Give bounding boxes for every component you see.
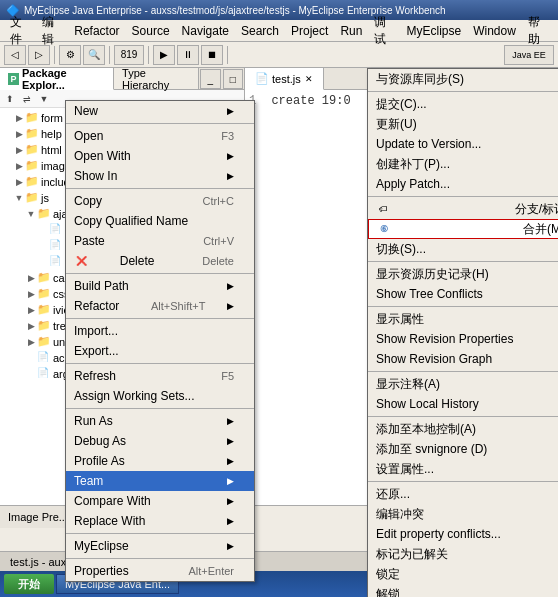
- toolbar-btn-java[interactable]: Java EE: [504, 45, 554, 65]
- ctx-edit-conflicts[interactable]: 编辑冲突: [368, 504, 558, 524]
- ctx-show-annotations[interactable]: 显示注释(A): [368, 374, 558, 394]
- toolbar-btn-8[interactable]: ⏹: [201, 45, 223, 65]
- ctx-revert[interactable]: 还原...: [368, 484, 558, 504]
- ctx-sep-4: [66, 318, 254, 319]
- ctx-sep-8: [66, 558, 254, 559]
- ctx-show-revision-properties[interactable]: Show Revision Properties: [368, 329, 558, 349]
- ctx-show-properties[interactable]: 显示属性: [368, 309, 558, 329]
- tab-type-hierarchy[interactable]: Type Hierarchy: [114, 68, 199, 89]
- panel-minimize-btn[interactable]: _: [200, 69, 220, 89]
- ctx-commit[interactable]: 提交(C)...: [368, 94, 558, 114]
- tab-close-btn[interactable]: ✕: [305, 74, 313, 84]
- ctx-update-to-version[interactable]: Update to Version...: [368, 134, 558, 154]
- ctx-delete[interactable]: ❌ Delete Delete: [66, 251, 254, 271]
- toolbar-sep-4: [227, 46, 228, 64]
- ctx-debug-as[interactable]: Debug As ▶: [66, 431, 254, 451]
- menu-myeclipse[interactable]: MyEclipse: [401, 22, 468, 40]
- file-icon: 📄: [49, 239, 63, 253]
- ctx-open[interactable]: Open F3: [66, 126, 254, 146]
- folder-icon: 📁: [37, 303, 51, 317]
- ctx-new[interactable]: New ▶: [66, 101, 254, 121]
- menu-window[interactable]: Window: [467, 22, 522, 40]
- ctx-refactor[interactable]: Refactor Alt+Shift+T ▶: [66, 296, 254, 316]
- ctx-refresh[interactable]: Refresh F5: [66, 366, 254, 386]
- file-icon: 📄: [255, 72, 269, 85]
- folder-icon: 📁: [25, 159, 39, 173]
- delete-icon: ❌: [74, 254, 88, 268]
- ctx-replace-with[interactable]: Replace With ▶: [66, 511, 254, 531]
- ctx-apply-patch[interactable]: Apply Patch...: [368, 174, 558, 194]
- menu-debug[interactable]: 调试: [368, 12, 400, 50]
- ctx-add-to-svnignore[interactable]: 添加至 svnignore (D): [368, 439, 558, 459]
- folder-icon: 📁: [25, 175, 39, 189]
- ctx-sync-with-repo[interactable]: 与资源库同步(S): [368, 69, 558, 89]
- start-button[interactable]: 开始: [4, 574, 54, 594]
- ctx-show-local-history[interactable]: Show Local History: [368, 394, 558, 414]
- ctx-team[interactable]: Team ▶: [66, 471, 254, 491]
- ctx-sep-1: [66, 123, 254, 124]
- panel-maximize-btn[interactable]: □: [223, 69, 243, 89]
- toolbar-btn-7[interactable]: ⏸: [177, 45, 199, 65]
- ctx-lock[interactable]: 锁定: [368, 564, 558, 584]
- menu-search[interactable]: Search: [235, 22, 285, 40]
- ctx-branch-tag[interactable]: 🏷 分支/标记...: [368, 199, 558, 219]
- ctx-assign-working-sets[interactable]: Assign Working Sets...: [66, 386, 254, 406]
- view-menu-btn[interactable]: ▼: [36, 91, 52, 107]
- ctx-properties[interactable]: Properties Alt+Enter: [66, 561, 254, 581]
- ctx-merge[interactable]: ⑥ 合并(M)...: [368, 219, 558, 239]
- ctx-mark-resolved[interactable]: 标记为已解关: [368, 544, 558, 564]
- ctx-add-to-version-control[interactable]: 添加至本地控制(A): [368, 419, 558, 439]
- menu-refactor[interactable]: Refactor: [68, 22, 125, 40]
- ctx-import[interactable]: Import...: [66, 321, 254, 341]
- editor-tab-testjs[interactable]: 📄 test.js ✕: [245, 68, 324, 90]
- ctx-show-revision-graph[interactable]: Show Revision Graph: [368, 349, 558, 369]
- toolbar-btn-5[interactable]: 819: [114, 45, 144, 65]
- ctx-run-as[interactable]: Run As ▶: [66, 411, 254, 431]
- context-submenu-team: 与资源库同步(S) 提交(C)... 更新(U) Update to Versi…: [367, 68, 558, 597]
- ctx-update[interactable]: 更新(U): [368, 114, 558, 134]
- ctx-compare-with[interactable]: Compare With ▶: [66, 491, 254, 511]
- title-bar: 🔷 MyEclipse Java Enterprise - auxss/test…: [0, 0, 558, 20]
- ctx-myeclipse[interactable]: MyEclipse ▶: [66, 536, 254, 556]
- ctx-sep-5: [66, 363, 254, 364]
- toolbar-btn-4[interactable]: 🔍: [83, 45, 105, 65]
- ctx-edit-property-conflicts[interactable]: Edit property conflicts...: [368, 524, 558, 544]
- folder-icon: 📁: [37, 335, 51, 349]
- menu-project[interactable]: Project: [285, 22, 334, 40]
- ctx-create-patch[interactable]: 创建补丁(P)...: [368, 154, 558, 174]
- ctx-profile-as[interactable]: Profile As ▶: [66, 451, 254, 471]
- ctx-open-with[interactable]: Open With ▶: [66, 146, 254, 166]
- ctx-build-path[interactable]: Build Path ▶: [66, 276, 254, 296]
- toolbar-btn-3[interactable]: ⚙: [59, 45, 81, 65]
- tab-package-explorer[interactable]: P Package Explor...: [0, 68, 114, 90]
- ctx-export[interactable]: Export...: [66, 341, 254, 361]
- folder-icon: 📁: [37, 319, 51, 333]
- folder-icon: 📁: [25, 111, 39, 125]
- menu-navigate[interactable]: Navigate: [176, 22, 235, 40]
- toolbar-btn-6[interactable]: ▶: [153, 45, 175, 65]
- ctx-sep-3: [66, 273, 254, 274]
- ctx-unlock[interactable]: 解锁: [368, 584, 558, 597]
- ctx-sep-6: [66, 408, 254, 409]
- collapse-all-btn[interactable]: ⬆: [2, 91, 18, 107]
- link-editor-btn[interactable]: ⇌: [19, 91, 35, 107]
- toolbar-sep-3: [148, 46, 149, 64]
- ctx-show-tree-conflicts[interactable]: Show Tree Conflicts: [368, 284, 558, 304]
- ctx-sep-7: [66, 533, 254, 534]
- folder-icon: 📁: [25, 191, 39, 205]
- menu-source[interactable]: Source: [126, 22, 176, 40]
- ctx-paste[interactable]: Paste Ctrl+V: [66, 231, 254, 251]
- file-icon: 📄: [37, 367, 51, 381]
- file-icon: 📄: [37, 351, 51, 365]
- toolbar-btn-1[interactable]: ◁: [4, 45, 26, 65]
- ctx-copy-qualified[interactable]: Copy Qualified Name: [66, 211, 254, 231]
- toolbar-btn-2[interactable]: ▷: [28, 45, 50, 65]
- ctx-set-properties[interactable]: 设置属性...: [368, 459, 558, 479]
- ctx-show-in[interactable]: Show In ▶: [66, 166, 254, 186]
- folder-icon: 📁: [25, 127, 39, 141]
- ctx-show-history[interactable]: 显示资源历史记录(H): [368, 264, 558, 284]
- menu-run[interactable]: Run: [334, 22, 368, 40]
- toolbar-sep-1: [54, 46, 55, 64]
- ctx-copy[interactable]: Copy Ctrl+C: [66, 191, 254, 211]
- ctx-switch[interactable]: 切换(S)...: [368, 239, 558, 259]
